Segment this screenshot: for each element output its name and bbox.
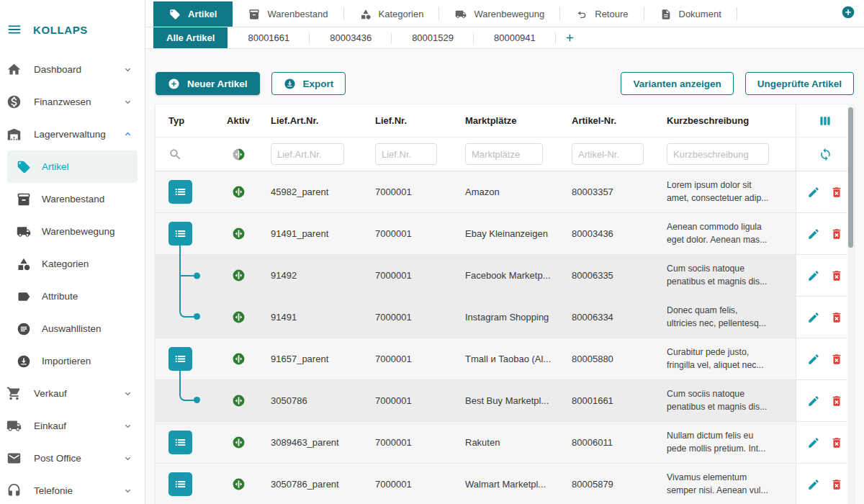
- active-status-icon[interactable]: [232, 185, 246, 199]
- column-header-artikel-nr[interactable]: Artikel-Nr.: [564, 115, 660, 126]
- sidebar-item-label: Finanzwesen: [34, 96, 110, 107]
- active-status-icon[interactable]: [232, 227, 246, 240]
- show-variants-button[interactable]: Varianten anzeigen: [621, 72, 733, 95]
- sidebar-item-importieren[interactable]: Importieren: [0, 345, 145, 377]
- article-tab-80001529[interactable]: 80001529: [392, 27, 474, 48]
- edit-icon[interactable]: [807, 228, 820, 240]
- sidebar-item-label: Einkauf: [34, 420, 110, 431]
- lief-nr-cell: 7000001: [368, 312, 458, 323]
- filter-lief-nr-input[interactable]: [375, 143, 437, 165]
- column-header-lief-art-nr[interactable]: Lief.Art.Nr.: [264, 115, 368, 126]
- delete-icon[interactable]: [830, 436, 843, 449]
- tab-warenbestand[interactable]: Warenbestand: [233, 1, 343, 27]
- delete-icon[interactable]: [830, 269, 843, 282]
- cart-icon: [6, 386, 22, 401]
- table-row[interactable]: 45982_parent7000001Amazon80003357Lorem i…: [156, 171, 854, 213]
- edit-icon[interactable]: [807, 478, 820, 491]
- sidebar-item-attribute[interactable]: Attribute: [0, 280, 145, 312]
- article-type-button[interactable]: [168, 222, 192, 246]
- table-scrollbar[interactable]: [847, 104, 854, 504]
- delete-icon[interactable]: [830, 395, 843, 408]
- sidebar-item-label: Auswahllisten: [42, 323, 133, 334]
- table-row[interactable]: 3050786_parent7000001Walmart Marketpl...…: [156, 464, 854, 504]
- article-tab-80001661[interactable]: 80001661: [228, 27, 310, 48]
- edit-icon[interactable]: [807, 311, 820, 324]
- active-status-icon[interactable]: [232, 310, 246, 324]
- columns-icon[interactable]: [818, 114, 832, 128]
- edit-icon[interactable]: [807, 186, 820, 199]
- active-filter-toggle-icon[interactable]: [232, 148, 246, 161]
- mail-icon: [6, 451, 22, 466]
- new-article-button[interactable]: Neuer Artikel: [156, 72, 260, 95]
- sidebar-item-dashboard[interactable]: Dashboard: [0, 53, 145, 86]
- article-tab-80000941[interactable]: 80000941: [474, 27, 556, 48]
- active-status-icon[interactable]: [232, 352, 246, 366]
- article-tab-alle-artikel[interactable]: Alle Artikel: [153, 27, 228, 48]
- column-header-typ[interactable]: Typ: [156, 115, 213, 126]
- export-button[interactable]: Export: [271, 72, 346, 95]
- aktiv-cell: [213, 477, 264, 491]
- table-row[interactable]: 30507867000001Best Buy Marketpl...800016…: [156, 380, 854, 422]
- tab-label: Warenbewegung: [474, 9, 544, 19]
- sidebar-item-telefonie[interactable]: Telefonie: [0, 474, 145, 504]
- filter-kurzbeschreibung-input[interactable]: [667, 143, 769, 165]
- active-status-icon[interactable]: [232, 477, 246, 491]
- article-type-button[interactable]: [168, 431, 192, 454]
- lief-art-nr-cell: 91657_parent: [264, 354, 368, 364]
- sidebar-item-kategorien[interactable]: Kategorien: [0, 248, 145, 280]
- table-row[interactable]: 91657_parent7000001Tmall и Taobao (Al...…: [156, 338, 854, 380]
- active-status-icon[interactable]: [232, 436, 246, 449]
- menu-icon[interactable]: [6, 22, 22, 37]
- plus-circle-icon: [841, 5, 855, 19]
- table-row[interactable]: 914917000001Instagram Shopping80006334Do…: [156, 297, 854, 338]
- column-header-kurzbeschreibung[interactable]: Kurzbeschreibung: [660, 115, 796, 126]
- article-type-button[interactable]: [168, 180, 192, 204]
- scrollbar-thumb[interactable]: [848, 107, 853, 248]
- table-row[interactable]: 91491_parent7000001Ebay Kleinanzeigen800…: [156, 213, 854, 255]
- active-status-icon[interactable]: [232, 269, 246, 282]
- column-header-marktplaetze[interactable]: Marktplätze: [458, 115, 564, 126]
- sidebar-item-finanzwesen[interactable]: Finanzwesen: [0, 86, 145, 118]
- delete-icon[interactable]: [830, 311, 843, 324]
- marktplatz-cell: Best Buy Marketpl...: [458, 395, 564, 406]
- tab-artikel[interactable]: Artikel: [153, 1, 233, 27]
- tab-dokument[interactable]: Dokument: [644, 1, 737, 27]
- sidebar-item-auswahllisten[interactable]: Auswahllisten: [0, 312, 145, 345]
- filter-artikel-nr-input[interactable]: [572, 143, 644, 165]
- lief-nr-cell: 7000001: [368, 270, 458, 281]
- add-article-tab-button[interactable]: [556, 27, 585, 48]
- column-header-lief-nr[interactable]: Lief.Nr.: [368, 115, 458, 126]
- edit-icon[interactable]: [807, 269, 820, 282]
- active-status-icon[interactable]: [232, 394, 246, 408]
- sidebar-item-post-office[interactable]: Post Office: [0, 442, 145, 474]
- sidebar-item-artikel[interactable]: Artikel: [7, 150, 138, 183]
- article-tab-80003436[interactable]: 80003436: [310, 27, 392, 48]
- article-type-button[interactable]: [168, 347, 192, 371]
- filter-lief-art-nr-input[interactable]: [271, 143, 344, 165]
- sidebar-item-einkauf[interactable]: Einkauf: [0, 410, 145, 442]
- tab-warenbewegung[interactable]: Warenbewegung: [439, 1, 560, 27]
- search-icon[interactable]: [168, 148, 182, 161]
- refresh-icon[interactable]: [819, 148, 832, 161]
- filter-marktplaetze-input[interactable]: [465, 143, 543, 165]
- tab-retoure[interactable]: Retoure: [560, 1, 644, 27]
- table-row[interactable]: 3089463_parent7000001Rakuten80006011Null…: [156, 422, 854, 464]
- column-header-aktiv[interactable]: Aktiv: [213, 115, 264, 126]
- delete-icon[interactable]: [830, 186, 843, 199]
- sidebar-item-verkauf[interactable]: Verkauf: [0, 377, 145, 410]
- sidebar-item-warenbewegung[interactable]: Warenbewegung: [0, 215, 145, 248]
- article-type-button[interactable]: [168, 472, 192, 496]
- tab-kategorien[interactable]: Kategorien: [344, 1, 440, 27]
- edit-icon[interactable]: [807, 353, 820, 366]
- sidebar-item-warenbestand[interactable]: Warenbestand: [0, 183, 145, 215]
- sidebar-item-lagerverwaltung[interactable]: Lagerverwaltung: [0, 118, 145, 150]
- edit-icon[interactable]: [807, 436, 820, 449]
- delete-icon[interactable]: [830, 228, 843, 240]
- add-module-tab-button[interactable]: [841, 5, 855, 22]
- delete-icon[interactable]: [830, 353, 843, 366]
- filter-row: [156, 138, 854, 171]
- table-row[interactable]: 914927000001Facebook Marketp...80006335C…: [156, 255, 854, 297]
- edit-icon[interactable]: [807, 395, 820, 408]
- delete-icon[interactable]: [830, 478, 843, 491]
- unchecked-articles-button[interactable]: Ungeprüfte Artikel: [745, 72, 854, 95]
